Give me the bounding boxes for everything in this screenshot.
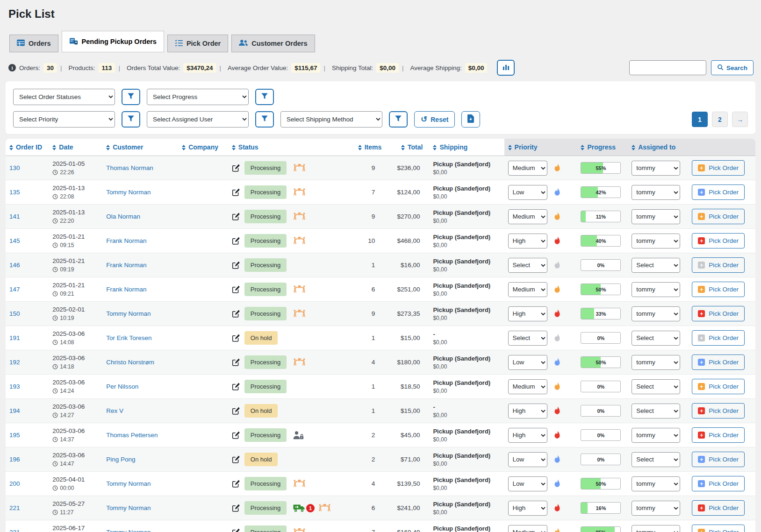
edit-status-icon[interactable]: [232, 528, 240, 532]
assigned-user-select[interactable]: tommy: [632, 525, 680, 532]
column-header-items[interactable]: Items: [354, 139, 386, 156]
page-2-button[interactable]: 2: [712, 112, 728, 127]
priority-select[interactable]: Select: [508, 331, 547, 346]
edit-status-icon[interactable]: [232, 164, 240, 172]
progress-filter-select[interactable]: Select Progress: [147, 89, 249, 105]
assigned-user-select[interactable]: tommy: [632, 234, 680, 248]
customer-link[interactable]: Thomas Norman: [106, 164, 153, 171]
column-header-customer[interactable]: Customer: [102, 139, 178, 156]
tab-pending-pickup-orders[interactable]: Pending Pickup Orders: [62, 31, 164, 52]
priority-select[interactable]: Medium: [508, 379, 547, 394]
customer-link[interactable]: Tommy Norman: [106, 529, 151, 532]
assigned-user-select[interactable]: tommy: [632, 355, 680, 370]
order-id-link[interactable]: 191: [9, 334, 20, 341]
order-id-link[interactable]: 141: [9, 213, 20, 220]
assigned-user-select[interactable]: tommy: [632, 476, 680, 491]
order-id-link[interactable]: 135: [9, 189, 20, 196]
edit-status-icon[interactable]: [232, 213, 240, 220]
edit-status-icon[interactable]: [232, 188, 240, 196]
priority-select[interactable]: Medium: [508, 282, 547, 297]
pick-order-button[interactable]: +Pick Order: [692, 379, 745, 394]
priority-select[interactable]: Medium: [508, 209, 547, 224]
column-header-shipping[interactable]: Shipping: [426, 139, 504, 156]
priority-select[interactable]: Medium: [508, 525, 547, 532]
assigned-user-select[interactable]: tommy: [632, 185, 680, 200]
order-id-link[interactable]: 150: [9, 310, 20, 317]
edit-status-icon[interactable]: [232, 504, 240, 512]
edit-status-icon[interactable]: [232, 334, 240, 342]
priority-select[interactable]: Low: [508, 476, 547, 491]
pick-order-button[interactable]: +Pick Order: [692, 306, 745, 321]
pick-order-button[interactable]: +Pick Order: [692, 355, 745, 370]
column-header-assigned-to[interactable]: Assigned to: [628, 139, 688, 156]
pick-order-button[interactable]: +Pick Order: [692, 257, 745, 273]
customer-link[interactable]: Frank Norman: [106, 237, 146, 244]
customer-link[interactable]: Ping Pong: [106, 456, 135, 463]
tab-pick-order[interactable]: Pick Order: [167, 35, 228, 52]
search-input[interactable]: [629, 60, 706, 75]
assigned-user-select[interactable]: Select: [632, 404, 680, 419]
pick-order-button[interactable]: +Pick Order: [692, 160, 745, 176]
pick-order-button[interactable]: +Pick Order: [692, 452, 745, 467]
filter-progress-button[interactable]: [255, 89, 274, 105]
order-id-link[interactable]: 231: [9, 529, 20, 532]
chart-button[interactable]: [497, 60, 515, 76]
column-header-company[interactable]: Company: [178, 139, 228, 156]
edit-status-icon[interactable]: [232, 237, 240, 245]
pick-order-button[interactable]: +Pick Order: [692, 330, 745, 346]
edit-status-icon[interactable]: [232, 358, 240, 366]
edit-status-icon[interactable]: [232, 480, 240, 488]
edit-status-icon[interactable]: [232, 455, 240, 463]
customer-link[interactable]: Tor Erik Toresen: [106, 334, 151, 341]
customer-link[interactable]: Christo Norstrøm: [106, 359, 154, 366]
assigned-user-select[interactable]: tommy: [632, 161, 680, 176]
priority-select[interactable]: Low: [508, 355, 547, 370]
column-header-order-id[interactable]: Order ID: [6, 139, 49, 156]
priority-select[interactable]: High: [508, 306, 547, 321]
edit-status-icon[interactable]: [232, 383, 240, 390]
assigned-user-select[interactable]: tommy: [632, 501, 680, 516]
pick-order-button[interactable]: +Pick Order: [692, 209, 745, 224]
customer-link[interactable]: Frank Norman: [106, 262, 146, 269]
customer-link[interactable]: Tommy Norman: [106, 189, 151, 196]
edit-status-icon[interactable]: [232, 285, 240, 293]
order-statuses-select[interactable]: Select Order Statuses: [13, 89, 115, 105]
customer-link[interactable]: Frank Norman: [106, 286, 146, 293]
order-id-link[interactable]: 192: [9, 359, 20, 366]
customer-link[interactable]: Per Nilsson: [106, 383, 138, 390]
assigned-user-select[interactable]: Select: [632, 452, 680, 467]
pick-order-button[interactable]: +Pick Order: [692, 282, 745, 297]
shipping-method-filter-select[interactable]: Select Shipping Method: [280, 111, 382, 128]
order-id-link[interactable]: 146: [9, 262, 20, 269]
pick-order-button[interactable]: +Pick Order: [692, 525, 745, 532]
pick-order-button[interactable]: +Pick Order: [692, 233, 745, 248]
pick-order-button[interactable]: +Pick Order: [692, 184, 745, 200]
column-header-status[interactable]: Status: [228, 139, 354, 156]
column-header-date[interactable]: Date: [49, 139, 102, 156]
filter-priority-button[interactable]: [122, 111, 140, 128]
assigned-user-select[interactable]: Select: [632, 331, 680, 346]
filter-order-statuses-button[interactable]: [122, 89, 140, 105]
priority-select[interactable]: High: [508, 428, 547, 443]
pick-order-button[interactable]: +Pick Order: [692, 427, 745, 443]
next-page-button[interactable]: →: [732, 112, 748, 127]
order-id-link[interactable]: 193: [9, 383, 20, 390]
assigned-user-filter-select[interactable]: Select Assigned User: [147, 111, 249, 128]
edit-status-icon[interactable]: [232, 261, 240, 269]
column-header-progress[interactable]: Progress: [577, 139, 628, 156]
order-id-link[interactable]: 195: [9, 432, 20, 439]
tab-orders[interactable]: Orders: [9, 35, 58, 52]
edit-status-icon[interactable]: [232, 431, 240, 439]
assigned-user-select[interactable]: tommy: [632, 428, 680, 443]
pick-order-button[interactable]: +Pick Order: [692, 500, 745, 516]
assigned-user-select[interactable]: tommy: [632, 282, 680, 297]
order-id-link[interactable]: 130: [9, 164, 20, 171]
edit-status-icon[interactable]: [232, 407, 240, 415]
customer-link[interactable]: Ola Norman: [106, 213, 140, 220]
pick-order-button[interactable]: +Pick Order: [692, 403, 745, 419]
pick-order-button[interactable]: +Pick Order: [692, 476, 745, 491]
order-id-link[interactable]: 221: [9, 504, 20, 511]
edit-status-icon[interactable]: [232, 310, 240, 318]
order-id-link[interactable]: 145: [9, 237, 20, 244]
assigned-user-select[interactable]: tommy: [632, 209, 680, 224]
